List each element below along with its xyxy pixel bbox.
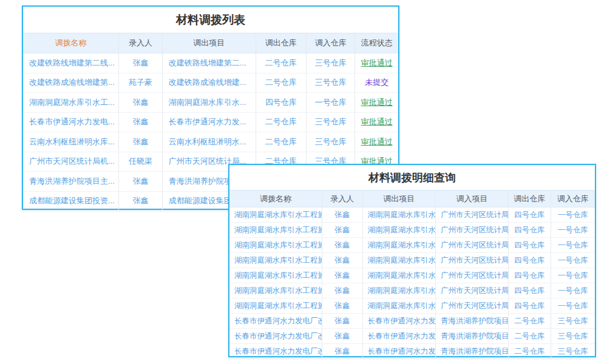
cell-in-warehouse: 一号仓库	[307, 93, 355, 113]
cell-in-warehouse: 一号仓库	[551, 268, 595, 283]
cell-out-warehouse: 四号仓库	[508, 253, 551, 268]
cell-out-project: 湖南洞庭湖水库引水工程施	[362, 207, 435, 223]
column-header-out-warehouse: 调出仓库	[256, 33, 306, 53]
cell-out-warehouse: 四号仓库	[508, 298, 551, 314]
cell-in-project: 广州市天河区统计局机房	[436, 283, 509, 298]
cell-in-warehouse: 三号仓库	[307, 73, 355, 93]
column-header-entered-by: 录入人	[119, 33, 163, 53]
column-header-flow-status: 流程状态	[355, 33, 398, 53]
table-header: 调拨名称 录入人 调出项目 调入项目 调出仓库 调入仓库	[229, 190, 595, 207]
cell-out-project: 长春市伊通河水力发电厂	[362, 314, 435, 329]
material-transfer-detail-query-window: 材料调拨明细查询 调拨名称 录入人 调出项目 调入项目 调出仓库 调入仓库 湖南…	[228, 164, 596, 357]
status-link[interactable]: 审批通过	[361, 58, 393, 67]
cell-out-warehouse: 四号仓库	[256, 93, 306, 113]
cell-in-warehouse: 一号仓库	[551, 223, 595, 238]
cell-transfer-name[interactable]: 改建铁路线增建第二线...	[23, 53, 119, 73]
cell-transfer-name[interactable]: 云南水利枢纽潜明水库...	[23, 132, 119, 152]
table-row[interactable]: 湖南洞庭湖水库引水工程施工单 张鑫 湖南洞庭湖水库引水工程施 广州市天河区统计局…	[229, 298, 595, 314]
cell-transfer-name[interactable]: 湖南洞庭湖水库引水工程施工单	[229, 253, 322, 268]
cell-entered-by: 张鑫	[119, 132, 163, 152]
column-header-out-project: 调出项目	[362, 190, 435, 207]
cell-transfer-name[interactable]: 湖南洞庭湖水库引水工程施工单	[229, 268, 322, 283]
cell-out-project: 改建铁路线增建第二...	[162, 53, 256, 73]
cell-in-warehouse: 三号仓库	[551, 329, 595, 344]
cell-entered-by: 张鑫	[322, 298, 362, 314]
cell-transfer-name[interactable]: 湖南洞庭湖水库引水工...	[23, 93, 119, 113]
column-header-in-warehouse: 调入仓库	[551, 190, 595, 207]
cell-out-warehouse: 四号仓库	[508, 223, 551, 238]
cell-transfer-name[interactable]: 改建铁路成渝线增建第...	[23, 73, 119, 93]
table-row[interactable]: 改建铁路线增建第二线... 张鑫 改建铁路线增建第二... 二号仓库 三号仓库 …	[23, 53, 398, 73]
cell-in-warehouse: 一号仓库	[551, 253, 595, 268]
status-link[interactable]: 未提交	[365, 78, 388, 87]
cell-transfer-name[interactable]: 长春市伊通河水力发电厂改建工	[229, 314, 322, 329]
cell-transfer-name[interactable]: 长春市伊通河水力发电厂改建工	[229, 329, 322, 344]
cell-transfer-name[interactable]: 成都能源建设集团投资...	[23, 191, 119, 211]
column-header-entered-by: 录入人	[322, 190, 362, 207]
status-link[interactable]: 审批通过	[361, 117, 393, 126]
cell-out-warehouse: 四号仓库	[508, 238, 551, 253]
cell-out-warehouse: 二号仓库	[256, 53, 306, 73]
cell-in-warehouse: 一号仓库	[551, 238, 595, 253]
cell-transfer-name[interactable]: 长春市伊通河水力发电...	[23, 112, 119, 132]
cell-in-warehouse: 三号仓库	[307, 132, 355, 152]
status-link[interactable]: 审批通过	[361, 98, 393, 107]
cell-in-project: 广州市天河区统计局机房	[436, 253, 509, 268]
cell-in-warehouse: 三号仓库	[551, 344, 595, 359]
cell-transfer-name[interactable]: 广州市天河区统计局机...	[23, 152, 119, 172]
cell-out-warehouse: 四号仓库	[508, 283, 551, 298]
cell-out-warehouse: 四号仓库	[508, 207, 551, 223]
cell-in-warehouse: 三号仓库	[307, 53, 355, 73]
cell-entered-by: 张鑫	[322, 268, 362, 283]
cell-out-project: 湖南洞庭湖水库引水工程施	[362, 268, 435, 283]
table-row[interactable]: 湖南洞庭湖水库引水工程施工单 张鑫 湖南洞庭湖水库引水工程施 广州市天河区统计局…	[229, 283, 595, 298]
table-row[interactable]: 湖南洞庭湖水库引水工程施工单 张鑫 湖南洞庭湖水库引水工程施 广州市天河区统计局…	[229, 207, 595, 223]
cell-entered-by: 张鑫	[322, 314, 362, 329]
column-header-in-warehouse: 调入仓库	[307, 33, 355, 53]
table-row[interactable]: 湖南洞庭湖水库引水工... 张鑫 湖南洞庭湖水库引水... 四号仓库 一号仓库 …	[23, 93, 398, 113]
table-row[interactable]: 湖南洞庭湖水库引水工程施工单 张鑫 湖南洞庭湖水库引水工程施 广州市天河区统计局…	[229, 238, 595, 253]
cell-entered-by: 任晓渠	[119, 152, 163, 172]
cell-out-project: 改建铁路成渝线增建...	[162, 73, 256, 93]
table-row[interactable]: 长春市伊通河水力发电... 张鑫 长春市伊通河水力发... 二号仓库 三号仓库 …	[23, 112, 398, 132]
page-title: 材料调拨明细查询	[229, 165, 595, 190]
table-row[interactable]: 湖南洞庭湖水库引水工程施工单 张鑫 湖南洞庭湖水库引水工程施 广州市天河区统计局…	[229, 223, 595, 238]
cell-out-warehouse: 二号仓库	[508, 329, 551, 344]
cell-in-warehouse: 一号仓库	[551, 283, 595, 298]
column-header-transfer-name: 调拨名称	[23, 33, 119, 53]
cell-out-warehouse: 二号仓库	[508, 314, 551, 329]
table-row[interactable]: 改建铁路成渝线增建第... 苑子豪 改建铁路成渝线增建... 二号仓库 三号仓库…	[23, 73, 398, 93]
table-row[interactable]: 长春市伊通河水力发电厂改建工 张鑫 长春市伊通河水力发电厂 青海洪湖养护院项目 …	[229, 314, 595, 329]
cell-in-project: 广州市天河区统计局机房	[436, 223, 509, 238]
cell-transfer-name[interactable]: 湖南洞庭湖水库引水工程施工单	[229, 207, 322, 223]
table-row[interactable]: 湖南洞庭湖水库引水工程施工单 张鑫 湖南洞庭湖水库引水工程施 广州市天河区统计局…	[229, 253, 595, 268]
table-row[interactable]: 云南水利枢纽潜明水库... 张鑫 云南水利枢纽潜明水... 二号仓库 三号仓库 …	[23, 132, 398, 152]
table-row[interactable]: 长春市伊通河水力发电厂改建工 张鑫 长春市伊通河水力发电厂 青海洪湖养护院项目 …	[229, 344, 595, 359]
cell-in-project: 青海洪湖养护院项目	[436, 314, 509, 329]
cell-entered-by: 张鑫	[322, 207, 362, 223]
cell-transfer-name[interactable]: 长春市伊通河水力发电厂改建工	[229, 344, 322, 359]
cell-entered-by: 张鑫	[119, 191, 163, 211]
cell-in-warehouse: 三号仓库	[551, 314, 595, 329]
cell-transfer-name[interactable]: 湖南洞庭湖水库引水工程施工单	[229, 298, 322, 314]
cell-entered-by: 张鑫	[322, 344, 362, 359]
cell-transfer-name[interactable]: 湖南洞庭湖水库引水工程施工单	[229, 223, 322, 238]
cell-out-warehouse: 二号仓库	[256, 132, 306, 152]
table-row[interactable]: 长春市伊通河水力发电厂改建工 张鑫 长春市伊通河水力发电厂 青海洪湖养护院项目 …	[229, 329, 595, 344]
page-title: 材料调拨列表	[23, 7, 398, 33]
cell-out-warehouse: 二号仓库	[256, 73, 306, 93]
cell-out-project: 湖南洞庭湖水库引水工程施	[362, 223, 435, 238]
cell-transfer-name[interactable]: 湖南洞庭湖水库引水工程施工单	[229, 238, 322, 253]
cell-out-project: 湖南洞庭湖水库引水工程施	[362, 283, 435, 298]
column-header-out-project: 调出项目	[162, 33, 256, 53]
cell-out-project: 长春市伊通河水力发电厂	[362, 344, 435, 359]
cell-out-project: 云南水利枢纽潜明水...	[162, 132, 256, 152]
cell-out-warehouse: 四号仓库	[508, 268, 551, 283]
column-header-transfer-name: 调拨名称	[229, 190, 322, 207]
cell-transfer-name[interactable]: 湖南洞庭湖水库引水工程施工单	[229, 283, 322, 298]
cell-out-project: 湖南洞庭湖水库引水...	[162, 93, 256, 113]
cell-in-project: 广州市天河区统计局机房	[436, 207, 509, 223]
table-row[interactable]: 湖南洞庭湖水库引水工程施工单 张鑫 湖南洞庭湖水库引水工程施 广州市天河区统计局…	[229, 268, 595, 283]
status-link[interactable]: 审批通过	[361, 137, 393, 146]
cell-transfer-name[interactable]: 青海洪湖养护院项目主...	[23, 172, 119, 192]
